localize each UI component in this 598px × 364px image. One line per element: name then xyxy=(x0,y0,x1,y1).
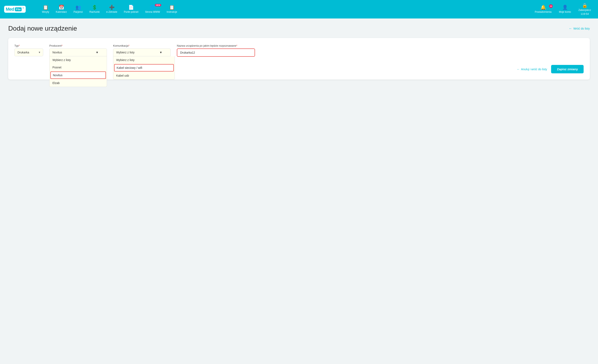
main-content: Dodaj nowe urządzenie ← Wróć do listy Ty… xyxy=(0,18,598,86)
typ-select-wrapper: Drukarka ▼ xyxy=(14,49,43,56)
nav-label-moje-konto: Moje konto xyxy=(559,10,571,13)
header: Med File ® 📋 Wizyty 📅 Kalendarz 👥 Pacjen… xyxy=(0,0,598,18)
producent-option-elzab[interactable]: Elzab xyxy=(50,79,107,87)
nav-label-powiadomienia: Powiadomienia xyxy=(535,10,552,13)
producent-required: * xyxy=(61,44,63,47)
wizyty-icon: 📋 xyxy=(43,5,48,10)
nav-item-zabezpiecz[interactable]: 🔒 Zabezpiecz 119:54 xyxy=(576,2,594,17)
form-row: Typ* Drukarka ▼ Producent* Novitus xyxy=(14,44,584,57)
komunikacja-value: Wybierz z listy xyxy=(116,51,134,54)
nav-item-moje-konto[interactable]: 👤 Moje konto xyxy=(556,4,574,15)
instrukcje-icon: 📋 xyxy=(169,5,174,10)
komunikacja-dropdown[interactable]: Wybierz z listy ▼ Wybierz z listy Kabel … xyxy=(113,49,171,56)
logo-file: File xyxy=(15,7,22,11)
cancel-label: Anuluj i wróć do listy xyxy=(521,68,547,71)
komunikacja-required: * xyxy=(128,44,129,47)
nazwa-required: * xyxy=(236,44,237,47)
back-link-label: Wróć do listy xyxy=(573,27,590,30)
form-group-komunikacja: Komunikacja* Wybierz z listy ▼ Wybierz z… xyxy=(113,44,171,56)
nav-item-instrukcje[interactable]: 📋 Instrukcje xyxy=(164,4,180,15)
user-icon: 👤 xyxy=(562,5,568,10)
nav-right: 13 🔔 Powiadomienia 👤 Moje konto 🔒 Zabezp… xyxy=(532,2,594,17)
komunikacja-option-kabel-sieciowy[interactable]: Kabel sieciowy / wifi xyxy=(114,64,174,72)
komunikacja-label: Komunikacja* xyxy=(113,44,171,47)
producent-option-posnet[interactable]: Posnet xyxy=(50,64,107,71)
cancel-button[interactable]: ← Anuluj i wróć do listy xyxy=(517,68,547,71)
nav-label-strona-www: Strona WWW xyxy=(145,10,160,13)
producent-value: Novitus xyxy=(52,51,62,54)
producent-option-novitus[interactable]: Novitus xyxy=(50,72,106,79)
nav-item-punkt-pobran[interactable]: 📄 Punkt pobrań xyxy=(121,4,141,15)
producent-option-wybierz[interactable]: Wybierz z listy xyxy=(50,56,107,64)
nav-label-pacjenci: Pacjenci xyxy=(73,10,83,13)
nav-item-pacjenci[interactable]: 👥 Pacjenci xyxy=(71,4,85,15)
komunikacja-option-kabel-usb[interactable]: Kabel usb xyxy=(113,72,174,79)
nazwa-label: Nazwa urządzenia po jakim będzie rozpozn… xyxy=(177,44,255,47)
new-badge: NEW xyxy=(155,4,161,6)
typ-label: Typ* xyxy=(14,44,43,47)
nav-item-wizyty[interactable]: 📋 Wizyty xyxy=(39,4,52,15)
nav-item-powiadomienia[interactable]: 13 🔔 Powiadomienia xyxy=(532,4,554,15)
nav-label-punkt-pobran: Punkt pobrań xyxy=(124,10,138,13)
nav-item-kalendarz[interactable]: 📅 Kalendarz xyxy=(53,4,70,15)
kalendarz-icon: 📅 xyxy=(58,5,64,10)
bell-icon: 🔔 xyxy=(540,5,546,10)
producent-dropdown[interactable]: Novitus ▼ Wybierz z listy Posnet Novitus… xyxy=(49,49,107,56)
main-nav: 📋 Wizyty 📅 Kalendarz 👥 Pacjenci 💲 Rachun… xyxy=(39,4,532,15)
rachunki-icon: 💲 xyxy=(92,5,97,10)
back-arrow-icon: ← xyxy=(569,27,572,30)
nav-label-zabezpiecz: Zabezpiecz xyxy=(579,9,591,11)
nav-label-kalendarz: Kalendarz xyxy=(56,10,67,13)
form-group-producent: Producent* Novitus ▼ Wybierz z listy Pos… xyxy=(49,44,107,56)
producent-menu: Wybierz z listy Posnet Novitus Elzab xyxy=(49,56,107,87)
producent-chevron-icon: ▼ xyxy=(96,51,99,54)
logo-med: Med xyxy=(6,7,14,12)
nav-label-rachunki: Rachunki xyxy=(90,10,100,13)
ezdrowie-icon: ➕ xyxy=(109,5,115,10)
pacjenci-icon: 👥 xyxy=(75,5,81,10)
logo[interactable]: Med File ® xyxy=(4,6,33,13)
nav-item-ezdrowie[interactable]: ➕ e-Zdrowie xyxy=(103,4,120,15)
punkt-pobran-icon: 📄 xyxy=(128,5,134,10)
cancel-arrow-icon: ← xyxy=(517,68,520,71)
typ-required: * xyxy=(19,44,20,47)
producent-trigger[interactable]: Novitus ▼ xyxy=(49,49,107,56)
komunikacja-menu: Wybierz z listy Kabel sieciowy / wifi Ka… xyxy=(113,56,175,80)
save-button[interactable]: Zapisz zmiany xyxy=(551,65,584,73)
nav-item-strona-www[interactable]: NEW 🌐 Strona WWW xyxy=(142,4,163,15)
page-title: Dodaj nowe urządzenie xyxy=(8,25,77,32)
page-header: Dodaj nowe urządzenie ← Wróć do listy xyxy=(8,25,590,32)
lock-icon: 🔒 xyxy=(582,3,588,8)
form-group-nazwa: Nazwa urządzenia po jakim będzie rozpozn… xyxy=(177,44,255,57)
form-group-typ: Typ* Drukarka ▼ xyxy=(14,44,43,56)
notif-badge: 13 xyxy=(549,4,553,8)
logo-reg: ® xyxy=(22,7,24,9)
strona-www-icon: 🌐 xyxy=(150,5,155,10)
nav-label-ezdrowie: e-Zdrowie xyxy=(106,10,117,13)
nav-label-wizyty: Wizyty xyxy=(42,10,49,13)
back-link[interactable]: ← Wróć do listy xyxy=(569,27,590,30)
nav-label-instrukcje: Instrukcje xyxy=(166,10,177,13)
komunikacja-option-wybierz[interactable]: Wybierz z listy xyxy=(113,56,174,64)
typ-select[interactable]: Drukarka xyxy=(14,49,43,56)
nav-label-time: 119:54 xyxy=(581,12,589,16)
nazwa-input[interactable] xyxy=(177,49,255,57)
producent-label: Producent* xyxy=(49,44,107,47)
komunikacja-trigger[interactable]: Wybierz z listy ▼ xyxy=(113,49,171,56)
komunikacja-chevron-icon: ▼ xyxy=(159,51,162,54)
form-card: Typ* Drukarka ▼ Producent* Novitus xyxy=(8,38,590,80)
nav-item-rachunki[interactable]: 💲 Rachunki xyxy=(87,4,103,15)
